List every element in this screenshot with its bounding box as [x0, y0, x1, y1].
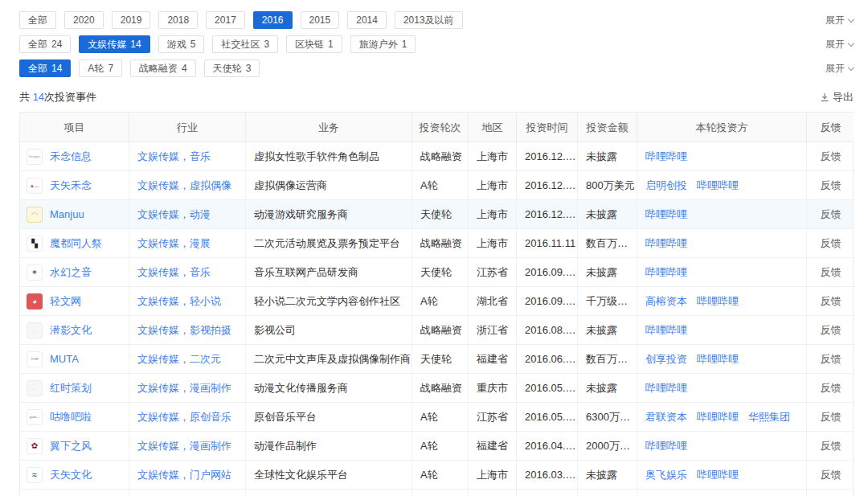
project-name-link[interactable]: MUTA: [50, 345, 79, 374]
industry-link[interactable]: 文娱传媒，音乐: [137, 266, 211, 278]
investor-link[interactable]: 哔哩哔哩: [697, 411, 739, 423]
project-name-link[interactable]: 水幻之音: [50, 258, 92, 287]
industry-link[interactable]: 文娱传媒，门户网站: [137, 469, 231, 481]
filter-chip-year[interactable]: 2013及以前: [395, 11, 463, 29]
round-cell: A轮: [412, 171, 469, 200]
table-header-cell: 地区: [469, 113, 517, 142]
industry-link[interactable]: 文娱传媒，漫画制作: [137, 382, 231, 394]
investment-events-table: 项目行业业务投资轮次地区投资时间投资金额本轮投资方反馈 Vsinger禾念信息文…: [19, 112, 854, 496]
feedback-link[interactable]: 反馈: [821, 179, 841, 191]
industry-link[interactable]: 文娱传媒，轻小说: [137, 295, 221, 307]
investor-link[interactable]: 启明创投: [645, 179, 687, 191]
filter-chip-round[interactable]: A轮7: [79, 59, 122, 77]
project-name-link[interactable]: 天矢禾念: [50, 171, 92, 200]
investor-link[interactable]: 哔哩哔哩: [697, 469, 739, 481]
industry-link[interactable]: 文娱传媒，音乐: [137, 150, 211, 162]
filter-chip-industry[interactable]: 区块链1: [286, 35, 342, 53]
filter-chip-year[interactable]: 2020: [64, 11, 104, 29]
export-button[interactable]: 导出: [820, 90, 854, 105]
investor-link[interactable]: 哔哩哔哩: [645, 266, 687, 278]
filter-chip-industry[interactable]: 游戏5: [158, 35, 205, 53]
feedback-link[interactable]: 反馈: [821, 353, 841, 365]
investor-link[interactable]: 哔哩哔哩: [697, 353, 739, 365]
project-name-link[interactable]: 轻文网: [50, 287, 81, 316]
project-name-link[interactable]: 魔都同人祭: [50, 229, 102, 258]
filter-chip-round[interactable]: 战略融资4: [130, 59, 196, 77]
filter-chip-year[interactable]: 全部: [19, 11, 56, 29]
investor-link[interactable]: 哔哩哔哩: [645, 208, 687, 220]
feedback-link[interactable]: 反馈: [821, 411, 841, 423]
expand-button-round[interactable]: 展开: [825, 59, 854, 77]
industry-link[interactable]: 文娱传媒，二次元: [137, 353, 221, 365]
table-row: Vsinger禾念信息文娱传媒，音乐虚拟女性歌手软件角色制品战略融资上海市201…: [20, 142, 853, 171]
investor-link[interactable]: 君联资本: [645, 411, 687, 423]
feedback-link[interactable]: 反馈: [821, 150, 841, 162]
feedback-cell: 反馈: [807, 490, 854, 496]
industry-link[interactable]: 文娱传媒，漫展: [137, 237, 211, 249]
feedback-cell: 反馈: [807, 287, 854, 316]
filter-chip-year[interactable]: 2016: [253, 11, 293, 29]
date-cell: 2016.03.29: [517, 461, 578, 490]
feedback-link[interactable]: 反馈: [821, 324, 841, 336]
business-cell: 动漫文化传播服务商: [246, 374, 412, 403]
investor-link[interactable]: 哔哩哔哩: [645, 237, 687, 249]
investor-link[interactable]: 奥飞娱乐: [645, 469, 687, 481]
filter-chip-year[interactable]: 2018: [158, 11, 198, 29]
expand-label: 展开: [825, 38, 845, 51]
filter-chip-industry[interactable]: 旅游户外1: [350, 35, 416, 53]
date-cell: 2016.09.26: [517, 258, 578, 287]
table-row: ≈天矢文化文娱传媒，门户网站全球性文化娱乐平台A轮上海市2016.03.29未披…: [20, 461, 853, 490]
investor-link[interactable]: 高榕资本: [645, 295, 687, 307]
investor-link[interactable]: 华熙集团: [748, 411, 790, 423]
filter-chip-round[interactable]: 天使轮3: [204, 59, 260, 77]
business-cell: 虚拟偶像运营商: [246, 171, 412, 200]
industry-link[interactable]: 文娱传媒，动漫: [137, 208, 211, 220]
filter-chip-year[interactable]: 2014: [347, 11, 387, 29]
industry-cell: 文娱传媒，原创音乐: [129, 403, 246, 432]
filter-chip-industry[interactable]: 全部24: [19, 35, 71, 53]
filter-chip-year[interactable]: 2017: [206, 11, 245, 29]
date-cell: 2016.03.07: [517, 490, 578, 496]
project-name-link[interactable]: 绘梦动画: [50, 490, 92, 496]
industry-link[interactable]: 文娱传媒，虚拟偶像: [137, 179, 231, 191]
feedback-link[interactable]: 反馈: [821, 208, 841, 220]
filter-chip-round[interactable]: 全部14: [19, 59, 71, 77]
chip-label: 2013及以前: [403, 12, 454, 28]
industry-link[interactable]: 文娱传媒，漫画制作: [137, 440, 231, 452]
feedback-link[interactable]: 反馈: [821, 295, 841, 307]
feedback-link[interactable]: 反馈: [821, 469, 841, 481]
project-name-link[interactable]: 禾念信息: [50, 142, 92, 171]
expand-button-year[interactable]: 展开: [825, 11, 854, 29]
feedback-link[interactable]: 反馈: [821, 237, 841, 249]
filter-chip-year[interactable]: 2019: [112, 11, 151, 29]
table-row: ··−MUTA文娱传媒，二次元二次元中文声库及虚拟偶像制作商天使轮福建省2016…: [20, 345, 853, 374]
amount-cell: 6300万人民币: [578, 403, 637, 432]
project-name-link[interactable]: 翼下之风: [50, 432, 92, 461]
filter-chip-industry[interactable]: 文娱传媒14: [79, 35, 149, 53]
industry-link[interactable]: 文娱传媒，影视拍摄: [137, 324, 231, 336]
project-name-link[interactable]: 红时策划: [50, 374, 92, 403]
investor-link[interactable]: 哔哩哔哩: [645, 150, 687, 162]
expand-button-industry[interactable]: 展开: [825, 35, 854, 53]
investor-link[interactable]: 哔哩哔哩: [645, 440, 687, 452]
industry-chip-group: 全部24文娱传媒14游戏5社交社区3区块链1旅游户外1: [19, 35, 424, 53]
investor-link[interactable]: 哔哩哔哩: [645, 382, 687, 394]
investor-link[interactable]: 创享投资: [645, 353, 687, 365]
project-name-link[interactable]: 咕噜吧啦: [50, 403, 92, 432]
industry-link[interactable]: 文娱传媒，原创音乐: [137, 411, 231, 423]
investor-link[interactable]: 哔哩哔哩: [697, 295, 739, 307]
project-name-link[interactable]: Manjuu: [50, 200, 84, 229]
feedback-link[interactable]: 反馈: [821, 266, 841, 278]
amount-cell: 未披露: [578, 200, 637, 229]
amount-cell: 数百万人民币: [578, 229, 637, 258]
investor-link[interactable]: 哔哩哔哩: [697, 179, 739, 191]
filter-chip-industry[interactable]: 社交社区3: [212, 35, 278, 53]
project-name-link[interactable]: 天矢文化: [50, 461, 92, 490]
feedback-link[interactable]: 反馈: [821, 382, 841, 394]
project-name-link[interactable]: 潜影文化: [50, 316, 92, 345]
feedback-link[interactable]: 反馈: [821, 440, 841, 452]
investor-link[interactable]: 哔哩哔哩: [645, 324, 687, 336]
region-cell: 浙江省: [469, 316, 517, 345]
filter-chip-year[interactable]: 2015: [301, 11, 340, 29]
industry-cell: 文娱传媒，动漫: [129, 200, 246, 229]
